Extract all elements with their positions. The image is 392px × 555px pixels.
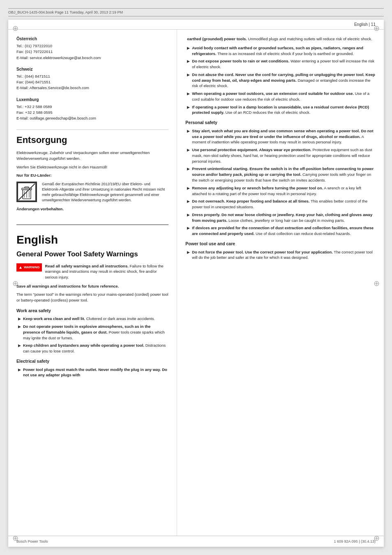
entsorgung-para1: Elektrowerkzeuge, Zubehör und Verpackung… (16, 150, 168, 162)
warning-text: Read all safety warnings and all instruc… (45, 263, 169, 280)
osterreich-tel: Tel.: (01) 797222010 (16, 43, 168, 49)
corner-mark-tr: ⊕ (374, 24, 380, 33)
right-column: earthed (grounded) power tools. Unmodifi… (177, 30, 384, 536)
personal-safety-item-0: ▶ Stay alert, watch what you are doing a… (185, 128, 376, 145)
warning-triangle-icon: ▲ (18, 265, 23, 270)
änderungen: Änderungen vorbehalten. (16, 206, 168, 212)
power-tool-use-item-0: ▶ Do not force the power tool. Use the c… (185, 249, 376, 261)
personal-safety-text-5: Dress properly. Do not wear loose clothi… (192, 212, 376, 223)
right-elec-item-4: ▶ If operating a power tool in a damp lo… (185, 104, 376, 116)
svg-rect-3 (25, 187, 29, 188)
page-wrapper: OBJ_BUCH-1425-004.book Page 11 Tuesday, … (0, 0, 392, 555)
warning-badge: ▲ WARNING (16, 263, 42, 272)
bullet-arrow-icon: ▶ (187, 212, 190, 223)
bullet-arrow-icon: ▶ (187, 226, 190, 237)
bullet-arrow-icon: ▶ (187, 72, 190, 89)
english-heading: English (16, 224, 168, 248)
personal-safety-item-2: ▶ Prevent unintentional starting. Ensure… (185, 166, 376, 183)
left-column: Österreich Tel.: (01) 797222010 Fax: (01… (8, 30, 177, 536)
schweiz-fax: Fax: (044) 8471551 (16, 79, 168, 85)
contact-schweiz: Schweiz Tel.: (044) 8471511 Fax: (044) 8… (16, 67, 168, 91)
language-page-indicator: English | 11 (354, 22, 376, 27)
bullet-arrow-icon: ▶ (18, 324, 21, 341)
osterreich-email: E-Mail: service.elektrowerkzeuge@at.bosc… (16, 55, 168, 61)
osterreich-fax: Fax: (01) 797222011 (16, 49, 168, 55)
entsorgung-heading: Entsorgung (16, 129, 168, 147)
gptsw-heading: General Power Tool Safety Warnings (16, 249, 168, 259)
personal-safety-item-4: ▶ Do not overreach. Keep proper footing … (185, 198, 376, 210)
luxemburg-fax: Fax: +32 2 588 0595 (16, 110, 168, 115)
footer-right: 1 609 92A 095 | (30.4.13) (334, 539, 376, 543)
personal-safety-text-1: Use personal protective equipment. Alway… (192, 147, 376, 164)
bullet-arrow-icon: ▶ (187, 147, 190, 164)
warning-intro-bold: Read all safety warnings and all instruc… (45, 264, 129, 268)
right-elec-item-0: ▶ Avoid body contact with earthed or gro… (185, 45, 376, 57)
corner-mark-mr: ⊕ (374, 279, 380, 288)
bullet-arrow-icon: ▶ (18, 343, 21, 354)
bullet-arrow-icon: ▶ (187, 199, 190, 210)
country-schweiz: Schweiz (16, 67, 168, 72)
corner-mark-tl: ⊕ (12, 24, 18, 33)
entsorgung-para2: Werfen Sie Elektrowerkzeuge nicht in den… (16, 164, 168, 170)
luxemburg-tel: Tel.: +32 2 588 0589 (16, 104, 168, 110)
electrical-safety-item-0: ▶ Power tool plugs must match the outlet… (16, 367, 168, 378)
right-elec-text-0: Avoid body contact with earthed or groun… (192, 45, 376, 57)
work-safety-text-2: Keep children and bystanders away while … (23, 343, 168, 354)
bullet-arrow-icon: ▶ (18, 367, 21, 378)
contact-osterreich: Österreich Tel.: (01) 797222010 Fax: (01… (16, 36, 168, 61)
bullet-arrow-icon: ▶ (187, 250, 190, 261)
personal-safety-item-3: ▶ Remove any adjusting key or wrench bef… (185, 185, 376, 197)
recycling-row: Gemäß der Europäischen Richtlinie 2012/1… (16, 182, 168, 203)
personal-safety-item-6: ▶ If devices are provided for the connec… (185, 225, 376, 237)
bullet-arrow-icon: ▶ (187, 105, 190, 116)
schweiz-tel: Tel.: (044) 8471511 (16, 74, 168, 79)
schweiz-email: E-Mail: Aftersales.Service@de.bosch.com (16, 85, 168, 91)
electrical-safety-cont-text: earthed (grounded) power tools. Unmodifi… (187, 36, 372, 42)
bullet-arrow-icon: ▶ (187, 59, 190, 70)
page-number-bar: English | 11 (8, 20, 384, 30)
power-tool-use-text-0: Do not force the power tool. Use the cor… (192, 249, 376, 261)
power-tool-use-heading: Power tool use and care (185, 241, 376, 247)
bullet-arrow-icon: ▶ (18, 316, 21, 322)
corner-mark-br: ⊕ (374, 534, 380, 543)
right-elec-item-1: ▶ Do not expose power tools to rain or w… (185, 58, 376, 70)
personal-safety-text-2: Prevent unintentional starting. Ensure t… (192, 166, 376, 183)
power-tool-def: The term "power tool" in the warnings re… (16, 292, 168, 304)
right-elec-item-3: ▶ When operating a power tool outdoors, … (185, 91, 376, 102)
right-elec-text-3: When operating a power tool outdoors, us… (192, 91, 376, 102)
personal-safety-text-6: If devices are provided for the connecti… (192, 225, 376, 237)
two-col-layout: Österreich Tel.: (01) 797222010 Fax: (01… (8, 30, 384, 536)
work-safety-item-2: ▶ Keep children and bystanders away whil… (16, 343, 168, 354)
warning-box: ▲ WARNING Read all safety warnings and a… (16, 263, 168, 280)
country-luxemburg: Luxemburg (16, 97, 168, 103)
nur-eu-label: Nur für EU-Länder: (16, 173, 168, 178)
work-safety-item-1: ▶ Do not operate power tools in explosiv… (16, 324, 168, 341)
personal-safety-item-1: ▶ Use personal protective equipment. Alw… (185, 147, 376, 164)
work-safety-text-1: Do not operate power tools in explosive … (23, 324, 168, 341)
file-info: OBJ_BUCH-1425-004.book Page 11 Tuesday, … (8, 10, 123, 14)
page-content: ⊕ ⊕ ⊕ ⊕ ⊕ ⊕ English | 11 Österreich Tel.… (8, 20, 384, 547)
right-elec-text-1: Do not expose power tools to rain or wet… (192, 58, 376, 70)
entsorgung-section: Entsorgung Elektrowerkzeuge, Zubehör und… (16, 129, 168, 212)
work-area-safety-heading: Work area safety (16, 308, 168, 314)
footer-bar: Bosch Power Tools 1 609 92A 095 | (30.4.… (8, 536, 384, 547)
personal-safety-heading: Personal safety (185, 120, 376, 126)
save-label: Save all warnings and instructions for f… (16, 283, 168, 289)
electrical-safety-heading: Electrical safety (16, 358, 168, 364)
bullet-arrow-icon: ▶ (187, 166, 190, 183)
book-header: OBJ_BUCH-1425-004.book Page 11 Tuesday, … (8, 8, 384, 16)
personal-safety-text-4: Do not overreach. Keep proper footing an… (192, 198, 376, 210)
electrical-safety-text-0: Power tool plugs must match the outlet. … (23, 367, 168, 378)
right-elec-text-4: If operating a power tool in a damp loca… (192, 104, 376, 116)
corner-mark-bl: ⊕ (12, 534, 18, 543)
electrical-safety-cont: earthed (grounded) power tools. Unmodifi… (185, 36, 376, 42)
recycling-text: Gemäß der Europäischen Richtlinie 2012/1… (42, 182, 168, 203)
bullet-arrow-icon: ▶ (187, 91, 190, 102)
bullet-arrow-icon: ▶ (187, 186, 190, 197)
country-osterreich: Österreich (16, 36, 168, 42)
luxemburg-email: E-Mail: outillage.gereedschap@be.bosch.c… (16, 115, 168, 121)
personal-safety-text-3: Remove any adjusting key or wrench befor… (192, 185, 376, 197)
work-safety-text-0: Keep work area clean and well lit. Clutt… (23, 316, 155, 322)
right-elec-text-2: Do not abuse the cord. Never use the cor… (192, 72, 376, 89)
right-elec-item-2: ▶ Do not abuse the cord. Never use the c… (185, 72, 376, 89)
